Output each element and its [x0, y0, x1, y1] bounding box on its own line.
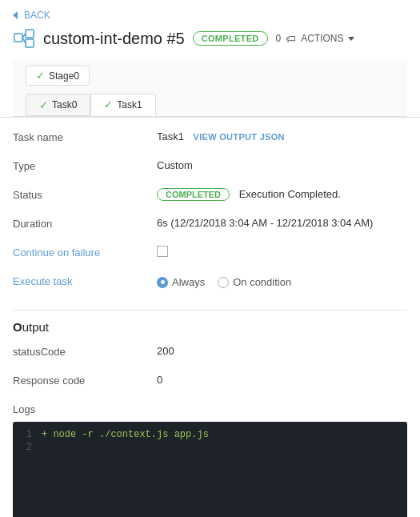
execute-always-option[interactable]: Always: [157, 276, 205, 288]
logs-label: Logs: [13, 403, 157, 415]
tag-count: 0: [276, 33, 282, 44]
continue-on-failure-value: [157, 246, 407, 259]
task-name-value: Task1 VIEW OUTPUT JSON: [157, 130, 407, 142]
status-code-row: statusCode 200: [13, 345, 407, 363]
type-value: Custom: [157, 159, 407, 171]
type-label: Type: [13, 159, 157, 172]
logs-row: Logs 1 + node -r ./context.js app.js 2 V…: [13, 403, 407, 517]
task0-check-icon: ✓: [39, 99, 48, 111]
task-tab-0[interactable]: ✓ Task0: [26, 94, 90, 116]
output-heading: Output: [13, 320, 407, 334]
execute-task-row: Execute task Always On condition: [13, 275, 407, 292]
execute-on-condition-option[interactable]: On condition: [218, 276, 291, 288]
back-link[interactable]: BACK: [13, 10, 50, 21]
duration-value: 6s (12/21/2018 3:04 AM - 12/21/2018 3:04…: [157, 217, 407, 229]
status-badge: COMPLETED: [157, 188, 230, 201]
response-code-value: 0: [157, 374, 407, 386]
title-row: custom-int-demo #5 COMPLETED 0 🏷 ACTIONS: [13, 27, 407, 50]
duration-row: Duration 6s (12/21/2018 3:04 AM - 12/21/…: [13, 217, 407, 234]
log-content-1: + node -r ./context.js app.js: [42, 429, 209, 440]
log-line-2: 2: [13, 441, 407, 454]
log-line-1: 1 + node -r ./context.js app.js: [13, 428, 407, 441]
actions-label: ACTIONS: [301, 33, 343, 44]
status-label: Status: [13, 188, 157, 201]
status-badge-header: COMPLETED: [193, 31, 268, 46]
tag-section: 0 🏷 ACTIONS: [276, 33, 354, 45]
response-code-label: Response code: [13, 374, 157, 387]
task0-label: Task0: [52, 99, 77, 110]
on-condition-label: On condition: [233, 276, 291, 288]
duration-label: Duration: [13, 217, 157, 230]
task-name-label: Task name: [13, 130, 157, 143]
stage-tab-label: Stage0: [49, 70, 79, 82]
chevron-down-icon: [348, 37, 354, 41]
stage-check-icon: ✓: [36, 70, 45, 82]
page-title: custom-int-demo #5: [43, 30, 185, 48]
svg-rect-2: [26, 39, 34, 47]
divider: [13, 310, 407, 311]
status-value: COMPLETED Execution Completed.: [157, 188, 407, 201]
task1-label: Task1: [117, 99, 142, 110]
execute-radio-group: Always On condition: [157, 276, 291, 288]
always-radio-filled: [157, 277, 168, 288]
continue-on-failure-row: Continue on failure: [13, 246, 407, 263]
task-tabs: ✓ Task0 ✓ Task1: [26, 94, 394, 116]
stage-section: ✓ Stage0 ✓ Task0 ✓ Task1: [13, 59, 407, 117]
execute-task-label: Execute task: [13, 275, 157, 287]
pipeline-icon: [13, 27, 35, 50]
task1-check-icon: ✓: [104, 98, 113, 110]
stage-tab[interactable]: ✓ Stage0: [26, 66, 90, 86]
continue-on-failure-label: Continue on failure: [13, 246, 157, 258]
task-name-row: Task name Task1 VIEW OUTPUT JSON: [13, 130, 407, 148]
continue-checkbox[interactable]: [157, 246, 168, 257]
back-label: BACK: [24, 10, 50, 21]
svg-rect-1: [26, 30, 34, 38]
status-text: Execution Completed.: [239, 188, 341, 200]
on-condition-radio-empty: [218, 277, 229, 288]
response-code-row: Response code 0: [13, 374, 407, 391]
task-name-text: Task1: [157, 130, 184, 142]
tag-icon: 🏷: [286, 33, 296, 45]
status-code-value: 200: [157, 345, 407, 357]
log-line-num-1: 1: [19, 429, 32, 440]
type-row: Type Custom: [13, 159, 407, 177]
actions-button[interactable]: ACTIONS: [301, 33, 354, 44]
task-tab-1[interactable]: ✓ Task1: [90, 94, 155, 116]
svg-rect-0: [14, 34, 22, 42]
always-label: Always: [172, 276, 205, 288]
chevron-left-icon: [13, 11, 18, 19]
task-detail-section: Task name Task1 VIEW OUTPUT JSON Type Cu…: [0, 118, 420, 292]
execute-task-value: Always On condition: [157, 275, 407, 288]
status-code-label: statusCode: [13, 345, 157, 358]
output-section: Output statusCode 200 Response code 0 Lo…: [0, 303, 420, 517]
header: BACK custom-int-demo #5 COMPLETED 0 🏷 AC…: [0, 0, 420, 118]
log-terminal: 1 + node -r ./context.js app.js 2: [13, 422, 407, 517]
view-output-link[interactable]: VIEW OUTPUT JSON: [194, 132, 285, 142]
status-row: Status COMPLETED Execution Completed.: [13, 188, 407, 206]
log-line-num-2: 2: [19, 442, 32, 453]
log-terminal-container: 1 + node -r ./context.js app.js 2 View F…: [13, 420, 407, 517]
